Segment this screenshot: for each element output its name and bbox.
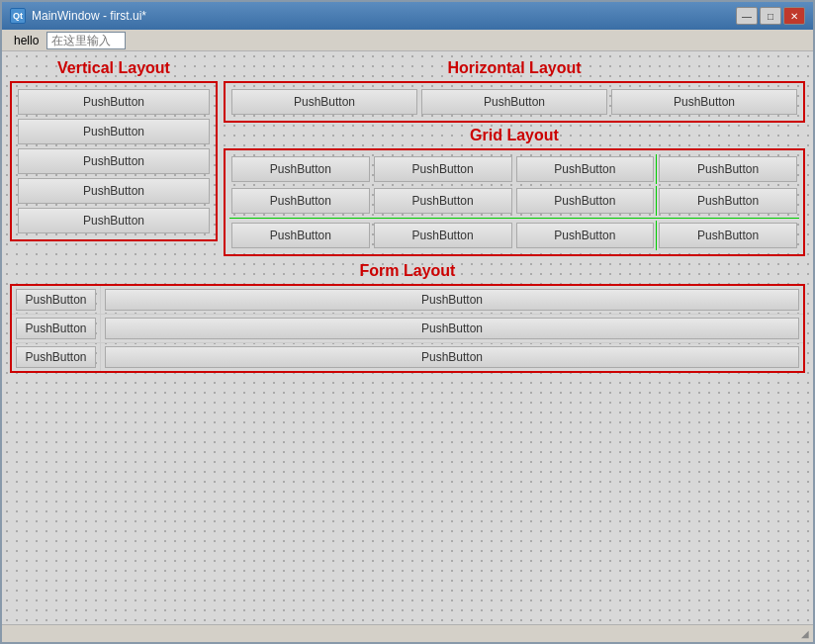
grid-btn-1-3[interactable]: PushButton — [659, 188, 797, 214]
form-label-2: PushButton — [12, 343, 101, 371]
horiz-btn-2[interactable]: PushButton — [611, 89, 797, 115]
grid-cell-1-2: PushButton — [514, 186, 657, 216]
grid-cell-2-3: PushButton — [656, 221, 799, 250]
form-value-0: PushButton — [101, 286, 803, 314]
grid-btn-0-0[interactable]: PushButton — [231, 156, 370, 182]
grid-btn-2-1[interactable]: PushButton — [374, 223, 512, 248]
form-row-0: PushButton PushButton — [12, 286, 803, 315]
grid-layout-title: Grid Layout — [224, 127, 805, 144]
maximize-button[interactable]: □ — [760, 7, 781, 25]
window-controls: — □ ✕ — [736, 7, 805, 25]
grid-btn-0-2[interactable]: PushButton — [516, 156, 655, 182]
grid-btn-0-1[interactable]: PushButton — [374, 156, 512, 182]
minimize-button[interactable]: — — [736, 7, 758, 25]
qt-icon: Qt — [10, 8, 26, 24]
grid-row-divider — [229, 218, 799, 219]
grid-btn-1-0[interactable]: PushButton — [231, 188, 370, 214]
grid-cell-0-2: PushButton — [514, 154, 657, 184]
vertical-layout-box: PushButton PushButton PushButton PushBut… — [10, 81, 218, 241]
grid-btn-2-2[interactable]: PushButton — [516, 223, 655, 248]
form-label-btn-0[interactable]: PushButton — [16, 289, 96, 311]
form-row-2: PushButton PushButton — [12, 343, 803, 371]
form-layout-box: PushButton PushButton PushButton PushBut… — [10, 284, 805, 373]
grid-cell-0-0: PushButton — [229, 154, 372, 184]
form-layout-title: Form Layout — [10, 262, 805, 280]
menu-input[interactable] — [46, 32, 126, 49]
grid-btn-2-0[interactable]: PushButton — [231, 223, 370, 248]
grid-btn-1-2[interactable]: PushButton — [516, 188, 655, 214]
menu-bar: hello — [2, 30, 813, 51]
grid-cell-0-1: PushButton — [372, 154, 514, 184]
vertical-btn-1[interactable]: PushButton — [18, 119, 210, 144]
vertical-btn-0[interactable]: PushButton — [18, 89, 210, 115]
form-value-2: PushButton — [101, 343, 803, 371]
grid-layout-box: PushButton PushButton PushButton PushBut… — [224, 148, 805, 256]
vertical-btn-2[interactable]: PushButton — [18, 148, 210, 174]
grid-row-1: PushButton PushButton PushButton PushBut… — [229, 186, 799, 216]
horiz-btn-0[interactable]: PushButton — [231, 89, 417, 115]
main-layout: Vertical Layout PushButton PushButton Pu… — [10, 59, 805, 256]
main-window: Qt MainWindow - first.ui* — □ ✕ hello Ve… — [0, 0, 815, 644]
right-panel: Horizontal Layout PushButton PushButton … — [224, 59, 805, 256]
grid-cell-2-0: PushButton — [229, 221, 372, 250]
horiz-btn-1[interactable]: PushButton — [421, 89, 607, 115]
grid-row-2: PushButton PushButton PushButton PushBut… — [229, 221, 799, 250]
grid-cell-0-3: PushButton — [656, 154, 799, 184]
horizontal-layout-panel: Horizontal Layout PushButton PushButton … — [224, 59, 805, 123]
grid-layout-panel: Grid Layout PushButton PushButton PushBu… — [224, 127, 805, 256]
form-layout-panel: Form Layout PushButton PushButton PushBu… — [10, 262, 805, 373]
form-value-btn-2[interactable]: PushButton — [105, 346, 799, 368]
title-bar-left: Qt MainWindow - first.ui* — [10, 8, 146, 24]
vertical-btn-3[interactable]: PushButton — [18, 178, 210, 204]
form-row-1: PushButton PushButton — [12, 315, 803, 343]
form-label-0: PushButton — [12, 286, 101, 314]
grid-btn-0-3[interactable]: PushButton — [659, 156, 797, 182]
content-area: Vertical Layout PushButton PushButton Pu… — [2, 51, 813, 624]
grid-btn-2-3[interactable]: PushButton — [659, 223, 797, 248]
window-title: MainWindow - first.ui* — [32, 9, 146, 23]
grid-row-0: PushButton PushButton PushButton PushBut… — [229, 154, 799, 184]
horizontal-layout-box: PushButton PushButton PushButton — [224, 81, 805, 123]
grid-cell-1-3: PushButton — [656, 186, 799, 216]
grid-btn-1-1[interactable]: PushButton — [374, 188, 512, 214]
form-label-btn-1[interactable]: PushButton — [16, 318, 96, 339]
form-label-1: PushButton — [12, 315, 101, 342]
title-bar: Qt MainWindow - first.ui* — □ ✕ — [2, 2, 813, 30]
close-button[interactable]: ✕ — [783, 7, 805, 25]
vertical-btn-4[interactable]: PushButton — [18, 208, 210, 233]
horizontal-layout-title: Horizontal Layout — [224, 59, 805, 77]
grid-cell-2-1: PushButton — [372, 221, 514, 250]
vertical-layout-panel: Vertical Layout PushButton PushButton Pu… — [10, 59, 218, 256]
menu-hello[interactable]: hello — [6, 32, 46, 49]
vertical-layout-title: Vertical Layout — [10, 59, 218, 77]
resize-grip: ◢ — [801, 628, 809, 639]
status-bar: ◢ — [2, 624, 813, 642]
form-value-1: PushButton — [101, 315, 803, 342]
grid-cell-1-1: PushButton — [372, 186, 514, 216]
form-value-btn-0[interactable]: PushButton — [105, 289, 799, 311]
form-value-btn-1[interactable]: PushButton — [105, 318, 799, 339]
form-label-btn-2[interactable]: PushButton — [16, 346, 96, 368]
grid-cell-1-0: PushButton — [229, 186, 372, 216]
grid-cell-2-2: PushButton — [514, 221, 657, 250]
